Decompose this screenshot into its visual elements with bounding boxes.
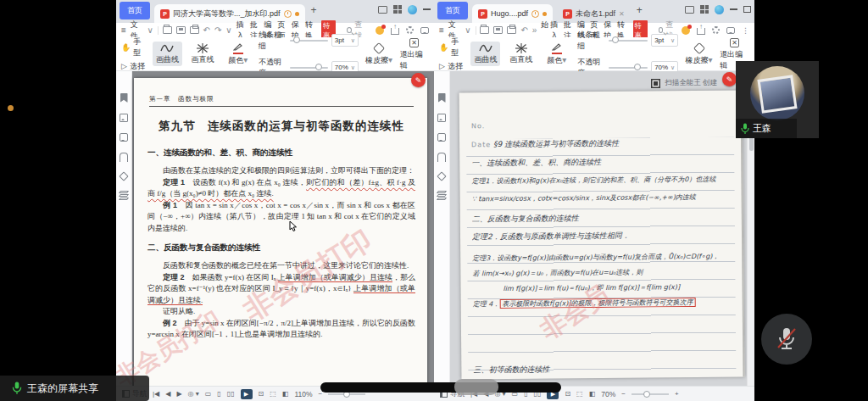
- layers-icon[interactable]: [437, 191, 446, 199]
- webcam-tile[interactable]: 王森: [736, 61, 819, 138]
- hand-tool[interactable]: ✋手型: [439, 36, 465, 58]
- qr-code-icon: [651, 79, 660, 88]
- theorem-2: 定理 2 如果函数 y=f(x) 在区间 Iₓ 上单调增加（或单调减少）且连续，…: [147, 272, 415, 307]
- close-tab-icon[interactable]: ✕: [619, 10, 625, 18]
- single-page-view-icon[interactable]: [685, 6, 694, 14]
- hamburger-menu-icon[interactable]: ≡: [439, 25, 444, 35]
- draw-curve-tool[interactable]: 画曲线: [470, 42, 500, 66]
- account-avatar[interactable]: [408, 5, 417, 14]
- attachment-icon[interactable]: [437, 153, 446, 162]
- prev-page-icon[interactable]: ◀: [165, 391, 170, 398]
- share-icon[interactable]: [697, 28, 705, 35]
- more-menu-icon[interactable]: ⋮: [742, 26, 749, 35]
- zoom-level[interactable]: 70%: [601, 390, 615, 398]
- account-avatar[interactable]: [715, 5, 724, 14]
- home-tab[interactable]: 首页: [437, 2, 468, 19]
- draw-line-tool[interactable]: 画直线: [506, 42, 536, 66]
- hand-tool[interactable]: ✋手型: [121, 36, 147, 58]
- bookmark-icon[interactable]: [120, 93, 128, 103]
- mute-microphone-button[interactable]: [761, 314, 812, 365]
- home-tab[interactable]: 首页: [120, 2, 150, 19]
- save-icon[interactable]: [493, 26, 503, 34]
- signature-icon[interactable]: [119, 171, 128, 181]
- thickness-slider[interactable]: [290, 40, 328, 42]
- quick-edit-fab[interactable]: ✎: [722, 72, 737, 86]
- print-icon[interactable]: [190, 26, 199, 34]
- draw-curve-tool[interactable]: 画曲线: [153, 42, 182, 66]
- feedback-icon[interactable]: [420, 27, 429, 34]
- notification-icon[interactable]: [682, 26, 690, 35]
- zoom-in-button[interactable]: +: [675, 391, 679, 398]
- quick-edit-fab[interactable]: ✎: [411, 73, 426, 87]
- notification-icon[interactable]: [376, 26, 384, 35]
- tab-grid-icon[interactable]: [700, 5, 709, 14]
- new-tab-button[interactable]: +: [311, 4, 317, 16]
- fit-width-icon[interactable]: ▭: [205, 391, 212, 398]
- tab-grid-icon[interactable]: [393, 5, 402, 14]
- minimize-button[interactable]: [423, 8, 431, 10]
- curve-icon: [478, 43, 493, 53]
- crop-view-icon[interactable]: ⬚: [576, 391, 583, 398]
- select-tool[interactable]: ▷选择: [121, 61, 147, 72]
- crop-view-icon[interactable]: ⬚: [270, 391, 276, 398]
- eraser-tool[interactable]: 橡皮擦▾: [364, 41, 394, 67]
- layers-icon[interactable]: [120, 191, 128, 199]
- zoom-level[interactable]: 110%: [294, 390, 312, 398]
- zoom-slider[interactable]: [328, 393, 365, 395]
- save-icon[interactable]: [176, 26, 186, 34]
- redo-icon[interactable]: ↷: [214, 26, 221, 35]
- color-tool[interactable]: 颜色▾: [542, 41, 571, 67]
- fullscreen-icon[interactable]: ⊡: [565, 391, 570, 398]
- opacity-slider[interactable]: [290, 67, 328, 69]
- handwritten-notes-page[interactable]: No. Date §9 连续函数运算与初等函数的连续性 一、连续函数和、差、积、…: [459, 91, 745, 380]
- history-clock-icon: [531, 10, 539, 18]
- feedback-icon[interactable]: [726, 27, 735, 34]
- scroll-pill-overlay[interactable]: [320, 382, 561, 393]
- color-tool[interactable]: 颜色▾: [223, 41, 253, 67]
- attachment-icon[interactable]: [120, 153, 128, 162]
- settings-gear-icon[interactable]: [406, 26, 414, 34]
- play-presentation-button[interactable]: ▶: [241, 389, 253, 399]
- select-tool[interactable]: ▷选择: [439, 61, 465, 72]
- comment-icon[interactable]: [120, 133, 128, 142]
- open-folder-icon[interactable]: [163, 26, 172, 34]
- eraser-tool[interactable]: 橡皮擦▾: [684, 41, 714, 67]
- close-icon: ✕: [409, 38, 419, 47]
- view-mode-icon[interactable]: ◎ ▾: [188, 391, 199, 398]
- thickness-dropdown[interactable]: 3pt∨: [651, 34, 678, 47]
- opacity-slider[interactable]: [609, 67, 648, 69]
- thumbnail-icon[interactable]: [437, 114, 446, 122]
- page-layout-icon[interactable]: ◧: [589, 391, 596, 398]
- signature-icon[interactable]: [437, 171, 446, 181]
- single-page-view-icon[interactable]: [378, 6, 387, 14]
- single-page-icon[interactable]: ▯: [217, 391, 220, 398]
- bookmark-icon[interactable]: [438, 93, 446, 103]
- thickness-slider[interactable]: [609, 40, 648, 42]
- undo-icon[interactable]: ↶: [520, 26, 527, 35]
- comment-icon[interactable]: [437, 133, 446, 142]
- minimize-button[interactable]: [730, 8, 737, 10]
- page-layout-icon[interactable]: ◧: [282, 391, 289, 398]
- maximize-button[interactable]: [743, 6, 751, 13]
- hamburger-menu-icon[interactable]: ≡: [121, 25, 126, 35]
- draw-line-tool[interactable]: 画直线: [188, 42, 218, 66]
- new-tab-button[interactable]: +: [637, 4, 643, 16]
- thumbnail-icon[interactable]: [120, 114, 128, 122]
- print-icon[interactable]: [507, 26, 516, 34]
- screen-share-banner[interactable]: 王森的屏幕共享: [0, 376, 149, 401]
- share-icon[interactable]: [391, 28, 399, 35]
- zoom-out-button[interactable]: −: [621, 391, 626, 398]
- zoom-slider[interactable]: [632, 393, 669, 395]
- undo-icon[interactable]: ↶: [203, 26, 210, 35]
- thickness-dropdown[interactable]: 3pt∨: [331, 34, 359, 47]
- settings-gear-icon[interactable]: [712, 26, 720, 34]
- next-page-icon[interactable]: ▶: [176, 391, 181, 398]
- textbook-page[interactable]: 第一章 函数与极限 第九节 连续函数的运算与初等函数的连续性 一、连续函数的和、…: [134, 78, 427, 386]
- overflow-icon[interactable]: »: [532, 26, 537, 35]
- open-folder-icon[interactable]: [480, 26, 489, 34]
- fullscreen-icon[interactable]: ⊡: [259, 391, 264, 398]
- exit-edit-button[interactable]: ✕ 退出编辑: [399, 36, 429, 72]
- first-page-icon[interactable]: |◀: [153, 391, 159, 398]
- collapse-ribbon-icon[interactable]: ∨: [225, 26, 231, 35]
- two-page-icon[interactable]: ▯▯: [227, 391, 235, 398]
